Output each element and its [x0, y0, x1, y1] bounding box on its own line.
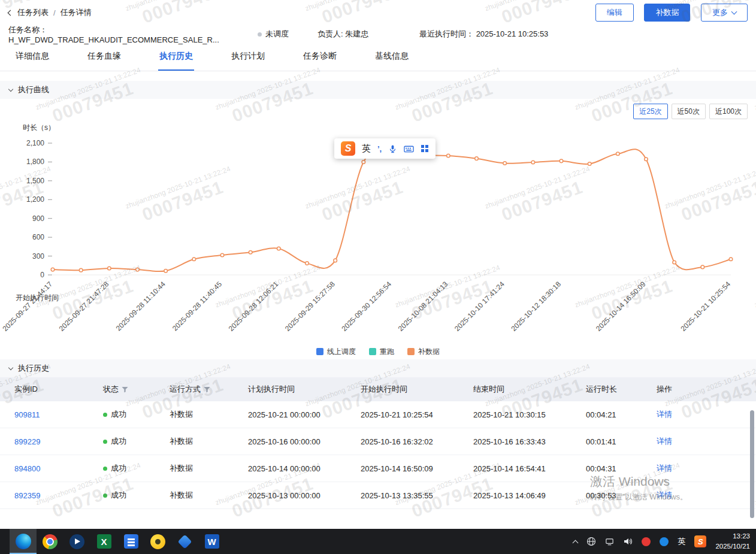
filter-icon[interactable] [204, 386, 210, 393]
svg-text:2025-09-28 11:10:44: 2025-09-28 11:10:44 [114, 280, 167, 332]
system-tray: 英 S 13:23 2025/10/21 [573, 531, 756, 552]
tray-expand-icon[interactable] [573, 538, 577, 545]
svg-text:2025-10-12 18:30:18: 2025-10-12 18:30:18 [509, 280, 563, 333]
instance-id-link[interactable]: 892359 [14, 491, 40, 500]
filter-icon[interactable] [122, 386, 128, 393]
col-run-mode: 运行方式 [170, 384, 248, 395]
table-row: 909811成功补数据2025-10-21 00:00:002025-10-21… [0, 401, 756, 428]
curve-section-header[interactable]: 执行曲线 [0, 81, 756, 99]
run-mode-cell: 补数据 [170, 436, 248, 447]
tab-detail-info[interactable]: 详细信息 [14, 43, 50, 71]
word-icon: W [205, 534, 219, 549]
svg-text:1,200: 1,200 [26, 195, 44, 204]
success-dot-icon [103, 413, 107, 417]
breadcrumb-task-list[interactable]: 任务列表 [17, 7, 49, 18]
period-25-button[interactable]: 近25次 [633, 104, 667, 119]
legend-swatch-icon [407, 348, 415, 355]
header-actions: 编辑 补数据 更多 [587, 4, 748, 22]
detail-link[interactable]: 详情 [657, 436, 672, 447]
volume-icon[interactable] [623, 537, 633, 546]
excel-icon: X [97, 534, 111, 549]
svg-text:900: 900 [32, 214, 44, 223]
more-button[interactable]: 更多 [701, 4, 748, 22]
microphone-icon[interactable] [388, 144, 397, 153]
tab-execution-history[interactable]: 执行历史 [158, 43, 194, 71]
instance-id-link[interactable]: 894800 [14, 464, 40, 473]
breadcrumb-task-detail: 任务详情 [61, 7, 92, 18]
history-section-header[interactable]: 执行历史 [0, 359, 756, 377]
player-icon [69, 534, 84, 549]
taskbar-app-yellow[interactable] [144, 529, 171, 554]
period-50-button[interactable]: 近50次 [672, 104, 706, 119]
start-time-cell: 2025-10-14 16:50:09 [361, 464, 473, 473]
sogou-tray-icon[interactable]: S [694, 535, 706, 547]
legend-item[interactable]: 重跑 [369, 347, 394, 357]
breadcrumb-separator: / [53, 8, 56, 17]
duration-cell: 00:01:41 [586, 437, 657, 446]
taskbar-app-chrome[interactable] [37, 529, 63, 554]
success-dot-icon [103, 440, 107, 444]
history-section-title: 执行历史 [18, 363, 49, 374]
edit-button[interactable]: 编辑 [595, 4, 634, 22]
planned-time-cell: 2025-10-14 00:00:00 [248, 464, 361, 473]
tabs: 详细信息 任务血缘 执行历史 执行计划 任务诊断 基线信息 [0, 43, 756, 71]
ime-language-tray[interactable]: 英 [678, 536, 685, 547]
taskbar-app-player[interactable] [63, 529, 90, 554]
instance-id-link[interactable]: 899229 [14, 437, 40, 446]
success-dot-icon [103, 467, 107, 471]
status-cell: 成功 [103, 463, 170, 474]
period-100-button[interactable]: 近100次 [709, 104, 748, 119]
legend-label: 线上调度 [327, 347, 356, 357]
tab-execution-plan[interactable]: 执行计划 [230, 43, 266, 71]
taskbar-app-excel[interactable]: X [90, 529, 117, 554]
back-icon[interactable] [8, 10, 14, 16]
taskbar: XW 英 S 13:23 2025/10/21 [0, 529, 756, 554]
network-globe-icon[interactable] [586, 537, 596, 546]
device-icon[interactable] [605, 537, 614, 546]
edge-icon [16, 534, 31, 549]
taskbar-app-bluedoc[interactable] [117, 529, 144, 554]
svg-text:2025-09-28 11:40:45: 2025-09-28 11:40:45 [171, 280, 223, 332]
svg-text:2025-09-29 15:27:58: 2025-09-29 15:27:58 [283, 280, 337, 333]
taskbar-app-edge[interactable] [10, 529, 37, 554]
end-time-cell: 2025-10-16 16:33:43 [473, 437, 586, 446]
taskbar-app-diamond[interactable] [171, 529, 198, 554]
col-instance-id: 实例ID [14, 384, 103, 395]
taskbar-clock[interactable]: 13:23 2025/10/21 [715, 531, 750, 552]
detail-link[interactable]: 详情 [657, 463, 672, 474]
grid-menu-icon[interactable] [421, 144, 429, 153]
taskbar-app-word[interactable]: W [198, 529, 225, 554]
tab-lineage[interactable]: 任务血缘 [86, 43, 122, 71]
topbar: 任务列表 / 任务详情 编辑 补数据 更多 [0, 0, 756, 25]
ime-popup: S 英 ’, [334, 138, 436, 159]
svg-text:2025-09-27 21:44:17: 2025-09-27 21:44:17 [1, 280, 54, 333]
table-row: 899229成功补数据2025-10-16 00:00:002025-10-16… [0, 428, 756, 455]
instance-id-link[interactable]: 909811 [14, 410, 40, 419]
end-time-cell: 2025-10-13 14:06:49 [473, 491, 586, 500]
svg-text:2025-09-27 21:47:28: 2025-09-27 21:47:28 [58, 280, 111, 333]
tab-diagnosis[interactable]: 任务诊断 [302, 43, 338, 71]
table-scrollbar[interactable] [750, 410, 754, 518]
col-start-time: 开始执行时间 [361, 384, 473, 395]
legend-item[interactable]: 补数据 [407, 347, 440, 357]
col-duration: 运行时长 [586, 384, 657, 395]
svg-text:2025-10-14 16:50:09: 2025-10-14 16:50:09 [594, 280, 648, 333]
period-buttons: 近25次 近50次 近100次 [0, 99, 756, 119]
keyboard-icon[interactable] [404, 144, 414, 153]
tab-baseline[interactable]: 基线信息 [374, 43, 410, 71]
svg-text:2025-10-21 10:25:54: 2025-10-21 10:25:54 [679, 280, 732, 333]
more-button-label: 更多 [712, 7, 728, 18]
punctuation-icon[interactable]: ’, [377, 144, 382, 153]
status-cell: 成功 [103, 409, 170, 420]
tray-red-app-icon[interactable] [642, 537, 651, 546]
collapse-icon [8, 365, 13, 370]
chart-legend: 线上调度重跑补数据 [0, 344, 756, 359]
ime-language-indicator[interactable]: 英 [362, 143, 371, 155]
tray-blue-app-icon[interactable] [660, 537, 669, 546]
backfill-button[interactable]: 补数据 [644, 4, 690, 22]
detail-link[interactable]: 详情 [657, 409, 672, 420]
run-mode-cell: 补数据 [170, 463, 248, 474]
legend-swatch-icon [369, 348, 376, 355]
legend-item[interactable]: 线上调度 [316, 347, 356, 357]
sogou-logo-icon: S [341, 141, 355, 156]
